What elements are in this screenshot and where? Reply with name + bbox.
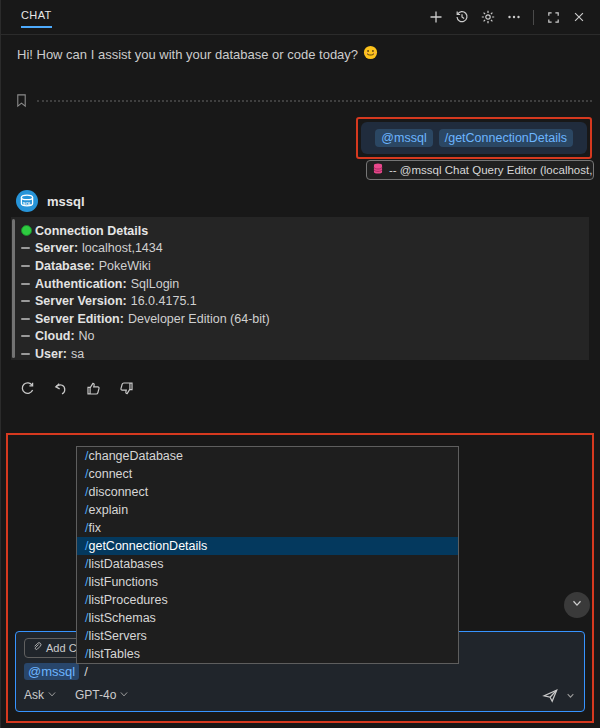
settings-button[interactable] — [477, 6, 499, 28]
detail-row: Cloud:No — [11, 328, 589, 346]
command-item-listSchemas[interactable]: /listSchemas — [77, 609, 458, 627]
detail-row: Server Version:16.0.4175.1 — [11, 292, 589, 310]
titlebar: CHAT — [1, 0, 600, 35]
detail-row: Authentication:SqlLogin — [11, 275, 589, 293]
add-context-label: Add C — [46, 642, 77, 654]
command-item-listProcedures[interactable]: /listProcedures — [77, 591, 458, 609]
mode-picker[interactable]: Ask — [24, 688, 57, 702]
dash-bullet — [21, 318, 30, 320]
command-item-changeDatabase[interactable]: /changeDatabase — [77, 447, 458, 465]
chevron-down-icon — [47, 688, 57, 702]
checkpoint-separator — [15, 93, 592, 109]
dash-bullet — [21, 247, 30, 249]
chat-input-text[interactable]: @mssql / — [24, 663, 88, 680]
new-chat-button[interactable] — [425, 6, 447, 28]
user-message-bubble: @mssql /getConnectionDetails — [361, 122, 587, 154]
send-icon — [542, 687, 559, 704]
bookmark-icon[interactable] — [15, 93, 28, 112]
input-typed-text: / — [84, 664, 88, 679]
command-item-listServers[interactable]: /listServers — [77, 627, 458, 645]
undo-arrow-icon — [52, 380, 69, 397]
ellipsis-icon — [506, 9, 522, 25]
dash-bullet — [21, 283, 30, 285]
command-item-listTables[interactable]: /listTables — [77, 645, 458, 663]
send-button[interactable] — [540, 685, 560, 705]
smiling-face-emoji — [363, 45, 378, 63]
command-item-disconnect[interactable]: /disconnect — [77, 483, 458, 501]
context-attachment-pill[interactable]: -- @mssql Chat Query Editor (localhost,1 — [366, 160, 594, 180]
regenerate-button[interactable] — [17, 378, 37, 398]
titlebar-separator — [533, 10, 534, 25]
agent-input-chip: @mssql — [24, 663, 79, 680]
svg-text:SQL: SQL — [22, 201, 31, 206]
chevron-down-icon — [566, 691, 575, 700]
detail-row: Server Edition:Developer Edition (64-bit… — [11, 310, 589, 328]
panel-left-bar — [12, 219, 15, 358]
refresh-icon — [19, 380, 36, 397]
dash-bullet — [21, 353, 30, 355]
detail-row: Database:PokeWiki — [11, 257, 589, 275]
dash-bullet — [21, 300, 30, 302]
tab-chat[interactable]: CHAT — [21, 9, 52, 28]
status-green-dot — [21, 225, 32, 236]
connection-status-row: Connection Details — [11, 222, 589, 240]
chevron-down-icon — [119, 688, 129, 702]
detail-row: Server:localhost,1434 — [11, 240, 589, 258]
connection-details-title: Connection Details — [35, 224, 148, 238]
expand-icon — [546, 10, 561, 25]
command-item-fix[interactable]: /fix — [77, 519, 458, 537]
command-item-getConnectionDetails[interactable]: /getConnectionDetails — [77, 537, 458, 555]
model-picker[interactable]: GPT-4o — [75, 688, 129, 702]
input-toolbar: Ask GPT-4o — [24, 686, 576, 704]
more-actions-button[interactable] — [503, 6, 525, 28]
command-item-connect[interactable]: /connect — [77, 465, 458, 483]
dash-bullet — [21, 335, 30, 337]
separator-dotted-line — [37, 100, 592, 102]
dash-bullet — [21, 265, 30, 267]
command-item-listDatabases[interactable]: /listDatabases — [77, 555, 458, 573]
thumbs-up-button[interactable] — [83, 378, 103, 398]
chevron-down-icon — [570, 596, 584, 614]
agent-chip: @mssql — [375, 129, 432, 147]
paperclip-icon — [32, 641, 42, 655]
chat-panel: CHAT — [0, 0, 600, 728]
thumbs-down-icon — [118, 380, 135, 397]
scroll-to-bottom-button[interactable] — [564, 592, 590, 618]
thumbs-up-icon — [85, 380, 102, 397]
response-actions — [17, 378, 136, 398]
command-item-listFunctions[interactable]: /listFunctions — [77, 573, 458, 591]
plus-icon — [428, 9, 444, 25]
assistant-greeting: Hi! How can I assist you with your datab… — [17, 45, 378, 63]
command-item-explain[interactable]: /explain — [77, 501, 458, 519]
user-request-highlight[interactable]: @mssql /getConnectionDetails — [356, 117, 592, 159]
close-icon — [572, 10, 586, 24]
command-chip: /getConnectionDetails — [439, 129, 573, 147]
detail-row: User:sa — [11, 345, 589, 363]
thumbs-down-button[interactable] — [116, 378, 136, 398]
database-icon — [372, 161, 384, 179]
connection-details-panel: Connection Details Server:localhost,1434… — [11, 217, 589, 360]
undo-button[interactable] — [50, 378, 70, 398]
maximize-panel-button[interactable] — [542, 6, 564, 28]
mssql-avatar: SQL — [15, 189, 39, 213]
close-panel-button[interactable] — [568, 6, 590, 28]
attachment-label: -- @mssql Chat Query Editor (localhost,1 — [389, 164, 594, 176]
gear-icon — [480, 9, 496, 25]
response-header: SQL mssql — [15, 189, 85, 213]
history-icon — [454, 9, 470, 25]
slash-command-dropdown: /changeDatabase /connect /disconnect /ex… — [76, 446, 459, 664]
history-button[interactable] — [451, 6, 473, 28]
response-author: mssql — [47, 194, 85, 209]
send-options-button[interactable] — [564, 685, 576, 705]
